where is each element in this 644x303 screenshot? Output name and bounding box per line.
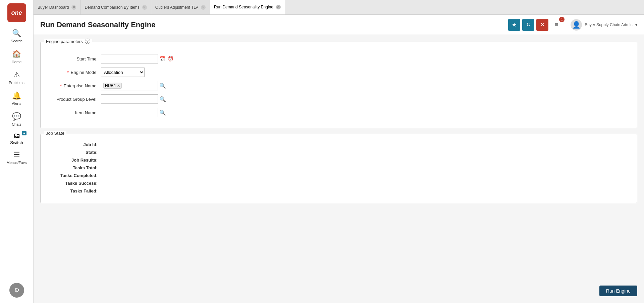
tab-buyer-dashboard[interactable]: Buyer Dashboard ✕ [34, 0, 80, 14]
tasks-total-row: Tasks Total: [47, 165, 630, 170]
sidebar-item-problems[interactable]: ⚠ Problems [0, 67, 33, 88]
tab-label-outliers-adjustment: Outliers Adjustment TLV [155, 5, 198, 10]
engine-mode-select-wrapper: Allocation Forecasting Planning [101, 68, 145, 77]
item-name-search-button[interactable]: 🔍 [159, 110, 166, 116]
job-id-row: Job Id: [47, 142, 630, 147]
sidebar-item-search[interactable]: 🔍 Search [0, 26, 33, 46]
item-name-input[interactable] [101, 108, 158, 117]
enterprise-name-input-wrapper[interactable]: HUB4 ✕ [101, 81, 158, 90]
tasks-total-label: Tasks Total: [47, 165, 101, 170]
product-group-input-wrapper: 🔍 [101, 94, 166, 104]
enterprise-name-row: * Enterprise Name: HUB4 ✕ 🔍 [47, 81, 630, 90]
tab-bar: Buyer Dashboard ✕ Demand Comparison By I… [34, 0, 644, 15]
sidebar-item-home[interactable]: 🏠 Home [0, 46, 33, 67]
avatar-icon: ⚙ [14, 287, 19, 294]
start-time-row: Start Time: 📅 ⏰ [47, 54, 630, 63]
tab-label-buyer-dashboard: Buyer Dashboard [38, 5, 69, 10]
warning-icon: ⚠ [13, 71, 20, 79]
start-time-label: Start Time: [47, 56, 101, 61]
enterprise-tag: HUB4 ✕ [103, 83, 122, 89]
job-id-label: Job Id: [47, 142, 101, 147]
notification-wrapper: ≡ 1 [550, 19, 562, 31]
sidebar-label-switch: Switch [10, 140, 23, 145]
tab-outliers-adjustment[interactable]: Outliers Adjustment TLV ✕ [151, 0, 210, 14]
tab-label-demand-comparison: Demand Comparison By Items [85, 5, 139, 10]
product-group-row: Product Group Level: 🔍 [47, 94, 630, 104]
state-row: State: [47, 150, 630, 155]
refresh-button[interactable]: ↻ [522, 19, 534, 31]
logo-text: one [11, 9, 22, 16]
engine-mode-row: * Engine Mode: Allocation Forecasting Pl… [47, 68, 630, 77]
item-name-label: Item Name: [47, 110, 101, 115]
tab-close-buyer-dashboard[interactable]: ✕ [71, 5, 76, 10]
tasks-failed-row: Tasks Failed: [47, 188, 630, 193]
enterprise-tag-text: HUB4 [105, 83, 116, 88]
page-title: Run Demand Seasonality Engine [40, 20, 508, 29]
tasks-completed-label: Tasks Completed: [47, 173, 101, 178]
engine-parameters-help[interactable]: ? [85, 39, 90, 44]
job-results-label: Job Results: [47, 158, 101, 163]
calendar-icon[interactable]: 📅 [158, 55, 166, 62]
state-label: State: [47, 150, 101, 155]
sidebar-item-menus[interactable]: ☰ Menus/Favs [0, 147, 33, 168]
job-state-title: Job State [46, 131, 64, 136]
tasks-success-label: Tasks Success: [47, 181, 101, 186]
job-results-row: Job Results: [47, 158, 630, 163]
sidebar-item-alerts[interactable]: 🔔 Alerts [0, 88, 33, 109]
run-engine-button[interactable]: Run Engine [599, 286, 637, 296]
home-icon: 🏠 [12, 50, 21, 58]
tab-close-outliers-adjustment[interactable]: ✕ [201, 5, 206, 10]
sidebar-label-menus: Menus/Favs [7, 161, 27, 165]
switch-badge: ■ [22, 131, 26, 135]
avatar-placeholder: 👤 [572, 21, 581, 29]
sidebar-item-chats[interactable]: 💬 Chats [0, 109, 33, 130]
main-area: Buyer Dashboard ✕ Demand Comparison By I… [34, 0, 644, 303]
engine-parameters-section: Engine parameters ? Start Time: 📅 ⏰ * En… [40, 42, 637, 128]
favorite-button[interactable]: ★ [508, 19, 520, 31]
start-time-input[interactable] [101, 54, 158, 63]
engine-mode-required: * [67, 70, 69, 75]
engine-mode-select[interactable]: Allocation Forecasting Planning [101, 68, 145, 77]
sidebar-item-switch[interactable]: ■ 🗂 Switch [0, 130, 33, 147]
sidebar-label-problems: Problems [9, 81, 24, 85]
user-section: 👤 Buyer Supply Chain Admin ▾ [571, 19, 637, 31]
sidebar: one 🔍 Search 🏠 Home ⚠ Problems 🔔 Alerts … [0, 0, 34, 303]
enterprise-name-required: * [60, 83, 62, 88]
tab-close-run-demand[interactable]: ✕ [276, 5, 281, 9]
sidebar-label-alerts: Alerts [12, 101, 21, 105]
engine-mode-label: * Engine Mode: [47, 70, 101, 75]
user-name: Buyer Supply Chain Admin [585, 23, 633, 27]
bottom-avatar[interactable]: ⚙ [9, 283, 24, 298]
sidebar-label-chats: Chats [12, 122, 21, 126]
item-name-input-wrapper: 🔍 [101, 108, 166, 117]
engine-parameters-legend: Engine parameters ? [44, 39, 92, 44]
clock-icon[interactable]: ⏰ [166, 55, 175, 62]
sidebar-label-search: Search [11, 39, 22, 43]
menu-icon: ☰ [13, 150, 20, 159]
item-name-row: Item Name: 🔍 [47, 108, 630, 117]
tab-run-demand[interactable]: Run Demand Seasonality Engine ✕ [210, 0, 285, 14]
bell-icon: 🔔 [12, 91, 21, 100]
product-group-input[interactable] [101, 94, 158, 104]
start-time-input-wrapper: 📅 ⏰ [101, 54, 175, 63]
job-state-rows: Job Id: State: Job Results: Tasks Total:… [47, 139, 630, 193]
tab-close-demand-comparison[interactable]: ✕ [142, 5, 147, 10]
tasks-success-row: Tasks Success: [47, 181, 630, 186]
close-page-button[interactable]: ✕ [536, 19, 548, 31]
engine-parameters-title: Engine parameters [46, 39, 83, 44]
user-dropdown-arrow[interactable]: ▾ [635, 23, 637, 27]
chat-icon: 💬 [12, 112, 21, 121]
tasks-completed-row: Tasks Completed: [47, 173, 630, 178]
app-logo[interactable]: one [7, 3, 26, 22]
tab-demand-comparison[interactable]: Demand Comparison By Items ✕ [80, 0, 151, 14]
switch-icon: 🗂 [13, 132, 20, 139]
job-state-legend: Job State [44, 131, 66, 136]
user-avatar: 👤 [571, 19, 582, 31]
product-group-search-button[interactable]: 🔍 [159, 96, 166, 102]
job-state-section: Job State Job Id: State: Job Results: Ta… [40, 134, 637, 203]
enterprise-search-button[interactable]: 🔍 [159, 83, 166, 89]
page-body: Engine parameters ? Start Time: 📅 ⏰ * En… [34, 35, 644, 303]
enterprise-tag-close[interactable]: ✕ [117, 84, 120, 88]
page-header: Run Demand Seasonality Engine ★ ↻ ✕ ≡ 1 … [34, 15, 644, 35]
search-icon: 🔍 [12, 29, 21, 38]
